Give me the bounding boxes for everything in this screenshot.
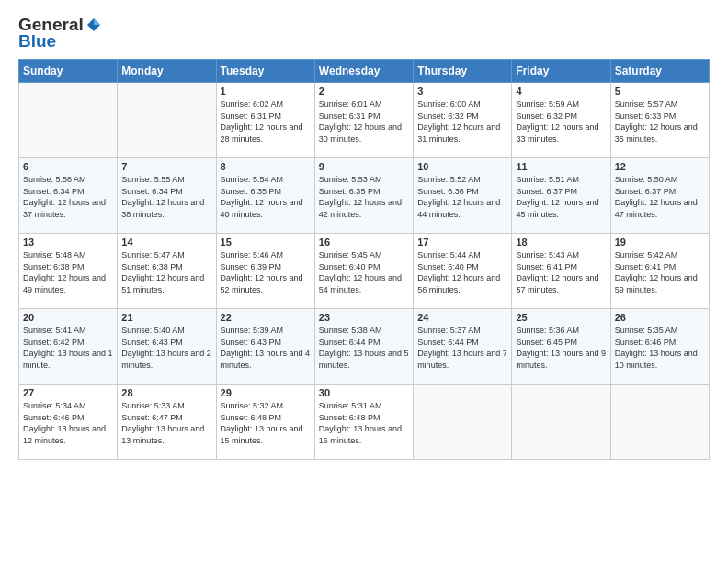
day-number: 24 [417, 312, 507, 323]
day-info: Sunrise: 5:46 AM Sunset: 6:39 PM Dayligh… [221, 249, 311, 295]
calendar-week-row: 1Sunrise: 6:02 AM Sunset: 6:31 PM Daylig… [19, 83, 710, 158]
calendar-cell: 7Sunrise: 5:55 AM Sunset: 6:34 PM Daylig… [118, 158, 216, 234]
day-number: 11 [516, 161, 606, 172]
day-number: 3 [417, 86, 507, 97]
calendar-cell: 17Sunrise: 5:44 AM Sunset: 6:40 PM Dayli… [414, 234, 512, 309]
calendar-cell: 18Sunrise: 5:43 AM Sunset: 6:41 PM Dayli… [512, 234, 610, 309]
calendar-cell: 13Sunrise: 5:48 AM Sunset: 6:38 PM Dayli… [19, 234, 118, 309]
calendar-cell: 22Sunrise: 5:39 AM Sunset: 6:43 PM Dayli… [216, 309, 314, 385]
day-info: Sunrise: 5:31 AM Sunset: 6:48 PM Dayligh… [319, 400, 409, 446]
calendar-cell: 19Sunrise: 5:42 AM Sunset: 6:41 PM Dayli… [610, 234, 709, 309]
calendar-cell: 9Sunrise: 5:53 AM Sunset: 6:35 PM Daylig… [314, 158, 413, 234]
svg-marker-1 [94, 18, 100, 25]
day-info: Sunrise: 5:44 AM Sunset: 6:40 PM Dayligh… [417, 249, 507, 295]
day-info: Sunrise: 5:52 AM Sunset: 6:36 PM Dayligh… [417, 174, 507, 220]
day-number: 5 [615, 86, 705, 97]
calendar-cell: 29Sunrise: 5:32 AM Sunset: 6:48 PM Dayli… [216, 385, 314, 460]
logo-icon [85, 17, 102, 33]
day-number: 27 [23, 387, 113, 398]
day-info: Sunrise: 5:42 AM Sunset: 6:41 PM Dayligh… [615, 249, 705, 295]
calendar: SundayMondayTuesdayWednesdayThursdayFrid… [18, 59, 710, 460]
calendar-cell: 28Sunrise: 5:33 AM Sunset: 6:47 PM Dayli… [118, 385, 216, 460]
day-info: Sunrise: 5:34 AM Sunset: 6:46 PM Dayligh… [23, 400, 113, 446]
calendar-cell: 15Sunrise: 5:46 AM Sunset: 6:39 PM Dayli… [216, 234, 314, 309]
day-number: 20 [23, 312, 113, 323]
day-number: 18 [516, 236, 606, 247]
calendar-cell [118, 83, 216, 158]
day-info: Sunrise: 5:55 AM Sunset: 6:34 PM Dayligh… [121, 174, 211, 220]
day-info: Sunrise: 5:59 AM Sunset: 6:32 PM Dayligh… [516, 98, 606, 144]
day-number: 7 [121, 161, 211, 172]
calendar-cell: 6Sunrise: 5:56 AM Sunset: 6:34 PM Daylig… [19, 158, 118, 234]
day-info: Sunrise: 5:32 AM Sunset: 6:48 PM Dayligh… [221, 400, 311, 446]
calendar-week-row: 20Sunrise: 5:41 AM Sunset: 6:42 PM Dayli… [19, 309, 710, 385]
day-number: 29 [221, 387, 311, 398]
day-info: Sunrise: 6:01 AM Sunset: 6:31 PM Dayligh… [319, 98, 409, 144]
header: General Blue [18, 15, 710, 52]
calendar-cell: 21Sunrise: 5:40 AM Sunset: 6:43 PM Dayli… [118, 309, 216, 385]
calendar-cell: 5Sunrise: 5:57 AM Sunset: 6:33 PM Daylig… [610, 83, 709, 158]
day-info: Sunrise: 5:35 AM Sunset: 6:46 PM Dayligh… [615, 325, 705, 371]
calendar-cell: 4Sunrise: 5:59 AM Sunset: 6:32 PM Daylig… [512, 83, 610, 158]
calendar-cell: 27Sunrise: 5:34 AM Sunset: 6:46 PM Dayli… [19, 385, 118, 460]
day-number: 23 [319, 312, 409, 323]
day-number: 9 [319, 161, 409, 172]
calendar-cell [19, 83, 118, 158]
day-number: 4 [516, 86, 606, 97]
day-number: 22 [221, 312, 311, 323]
weekday-header: Wednesday [314, 60, 413, 83]
day-info: Sunrise: 5:33 AM Sunset: 6:47 PM Dayligh… [121, 400, 211, 446]
calendar-week-row: 27Sunrise: 5:34 AM Sunset: 6:46 PM Dayli… [19, 385, 710, 460]
calendar-cell [512, 385, 610, 460]
calendar-week-row: 13Sunrise: 5:48 AM Sunset: 6:38 PM Dayli… [19, 234, 710, 309]
day-number: 2 [319, 86, 409, 97]
day-info: Sunrise: 5:36 AM Sunset: 6:45 PM Dayligh… [516, 325, 606, 371]
day-info: Sunrise: 5:37 AM Sunset: 6:44 PM Dayligh… [417, 325, 507, 371]
page: General Blue SundayMondayTuesdayWednesda… [0, 0, 728, 563]
calendar-cell: 2Sunrise: 6:01 AM Sunset: 6:31 PM Daylig… [314, 83, 413, 158]
day-info: Sunrise: 5:41 AM Sunset: 6:42 PM Dayligh… [23, 325, 113, 371]
logo-blue-text: Blue [18, 31, 56, 52]
calendar-week-row: 6Sunrise: 5:56 AM Sunset: 6:34 PM Daylig… [19, 158, 710, 234]
day-number: 16 [319, 236, 409, 247]
calendar-cell: 16Sunrise: 5:45 AM Sunset: 6:40 PM Dayli… [314, 234, 413, 309]
day-number: 14 [121, 236, 211, 247]
weekday-header: Tuesday [216, 60, 314, 83]
day-info: Sunrise: 5:54 AM Sunset: 6:35 PM Dayligh… [221, 174, 311, 220]
weekday-header: Sunday [19, 60, 118, 83]
calendar-header-row: SundayMondayTuesdayWednesdayThursdayFrid… [19, 60, 710, 83]
day-number: 6 [23, 161, 113, 172]
calendar-cell: 23Sunrise: 5:38 AM Sunset: 6:44 PM Dayli… [314, 309, 413, 385]
day-number: 8 [221, 161, 311, 172]
day-info: Sunrise: 6:02 AM Sunset: 6:31 PM Dayligh… [221, 98, 311, 144]
day-info: Sunrise: 5:43 AM Sunset: 6:41 PM Dayligh… [516, 249, 606, 295]
day-info: Sunrise: 5:57 AM Sunset: 6:33 PM Dayligh… [615, 98, 705, 144]
day-number: 26 [615, 312, 705, 323]
day-info: Sunrise: 5:51 AM Sunset: 6:37 PM Dayligh… [516, 174, 606, 220]
day-number: 12 [615, 161, 705, 172]
calendar-cell: 8Sunrise: 5:54 AM Sunset: 6:35 PM Daylig… [216, 158, 314, 234]
calendar-cell: 12Sunrise: 5:50 AM Sunset: 6:37 PM Dayli… [610, 158, 709, 234]
day-info: Sunrise: 5:38 AM Sunset: 6:44 PM Dayligh… [319, 325, 409, 371]
calendar-cell: 26Sunrise: 5:35 AM Sunset: 6:46 PM Dayli… [610, 309, 709, 385]
day-number: 28 [121, 387, 211, 398]
calendar-cell: 3Sunrise: 6:00 AM Sunset: 6:32 PM Daylig… [414, 83, 512, 158]
day-number: 19 [615, 236, 705, 247]
day-number: 25 [516, 312, 606, 323]
calendar-cell: 11Sunrise: 5:51 AM Sunset: 6:37 PM Dayli… [512, 158, 610, 234]
calendar-cell [610, 385, 709, 460]
day-number: 21 [121, 312, 211, 323]
day-info: Sunrise: 6:00 AM Sunset: 6:32 PM Dayligh… [417, 98, 507, 144]
day-number: 30 [319, 387, 409, 398]
day-info: Sunrise: 5:48 AM Sunset: 6:38 PM Dayligh… [23, 249, 113, 295]
calendar-cell: 25Sunrise: 5:36 AM Sunset: 6:45 PM Dayli… [512, 309, 610, 385]
calendar-cell: 20Sunrise: 5:41 AM Sunset: 6:42 PM Dayli… [19, 309, 118, 385]
day-info: Sunrise: 5:53 AM Sunset: 6:35 PM Dayligh… [319, 174, 409, 220]
weekday-header: Thursday [414, 60, 512, 83]
weekday-header: Saturday [610, 60, 709, 83]
day-number: 13 [23, 236, 113, 247]
day-number: 15 [221, 236, 311, 247]
calendar-cell: 10Sunrise: 5:52 AM Sunset: 6:36 PM Dayli… [414, 158, 512, 234]
calendar-cell: 1Sunrise: 6:02 AM Sunset: 6:31 PM Daylig… [216, 83, 314, 158]
weekday-header: Monday [118, 60, 216, 83]
